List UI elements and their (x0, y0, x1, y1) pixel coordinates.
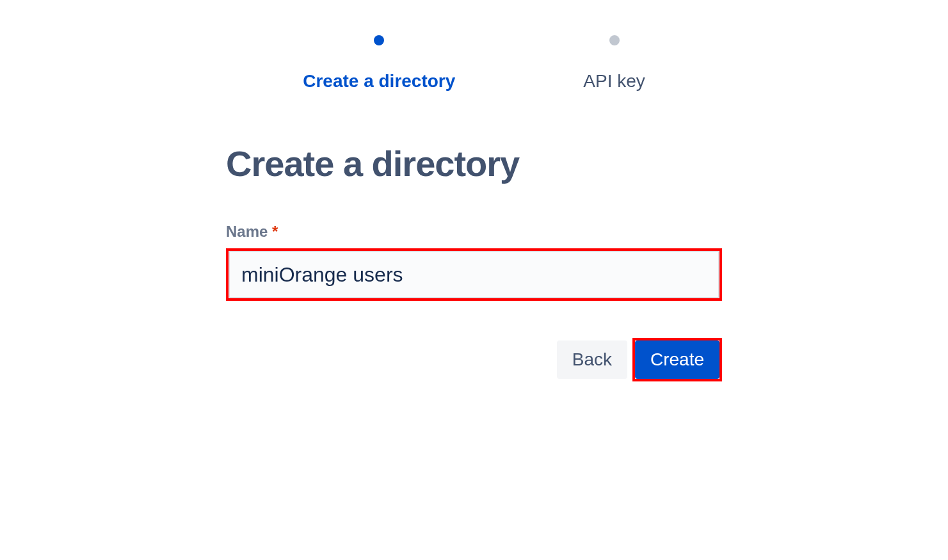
name-input[interactable] (229, 251, 719, 298)
content-area: Create a directory Name * Back Create (226, 143, 722, 381)
step-dot-active (374, 35, 384, 45)
name-input-highlight (226, 248, 722, 301)
step-label: API key (583, 71, 645, 92)
stepper: Create a directory API key (0, 0, 948, 92)
create-button-highlight: Create (632, 338, 722, 381)
step-label: Create a directory (303, 71, 455, 92)
step-dot-inactive (609, 35, 620, 45)
create-button[interactable]: Create (635, 340, 719, 379)
page-title: Create a directory (226, 143, 722, 184)
step-api-key[interactable]: API key (583, 35, 645, 92)
button-row: Back Create (226, 338, 722, 381)
step-create-directory[interactable]: Create a directory (303, 35, 455, 92)
required-asterisk: * (272, 223, 278, 240)
back-button[interactable]: Back (557, 340, 627, 379)
name-field-label: Name * (226, 223, 722, 241)
name-label-text: Name (226, 223, 268, 240)
